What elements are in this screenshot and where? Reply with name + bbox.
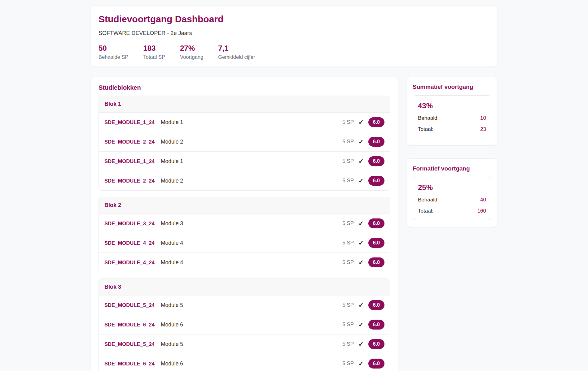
grade-badge: 6.0 (368, 176, 384, 186)
module-row: SDE_MODULE_4_24 Module 4 5 SP ✓ 6.0 (99, 233, 390, 252)
module-row: SDE_MODULE_4_24 Module 4 5 SP ✓ 6.0 (99, 252, 390, 272)
block-module-list: SDE_MODULE_3_24 Module 3 5 SP ✓ 6.0 SDE_… (99, 214, 390, 272)
stat-value: 183 (143, 44, 165, 53)
check-icon: ✓ (358, 139, 364, 145)
totaal-label: Totaal: (418, 208, 433, 214)
check-icon: ✓ (358, 321, 364, 328)
block-module-list: SDE_MODULE_1_24 Module 1 5 SP ✓ 6.0 SDE_… (99, 112, 390, 190)
behaald-value: 40 (480, 196, 486, 203)
study-block-3: Blok 3 SDE_MODULE_5_24 Module 5 5 SP ✓ 6… (99, 278, 390, 371)
block-header: Blok 3 (99, 279, 390, 295)
progress-box: 25% Behaald: 40 Totaal: 160 (413, 177, 491, 220)
module-result: 5 SP ✓ 6.0 (342, 117, 384, 127)
check-icon: ✓ (358, 178, 364, 184)
module-row: SDE_MODULE_6_24 Module 6 5 SP ✓ 6.0 (99, 354, 390, 371)
behaald-label: Behaald: (418, 115, 439, 121)
module-code: SDE_MODULE_6_24 (104, 322, 155, 328)
stat-item: 183 Totaal SP (143, 44, 165, 60)
study-block-2: Blok 2 SDE_MODULE_3_24 Module 3 5 SP ✓ 6… (99, 197, 390, 272)
module-studypoints: 5 SP (342, 119, 354, 125)
module-result: 5 SP ✓ 6.0 (342, 300, 384, 310)
block-header: Blok 1 (99, 96, 390, 112)
block-module-list: SDE_MODULE_5_24 Module 5 5 SP ✓ 6.0 SDE_… (99, 295, 390, 371)
grade-badge: 6.0 (368, 359, 384, 369)
grade-badge: 6.0 (368, 156, 384, 166)
behaald-row: Behaald: 40 (418, 196, 486, 203)
grade-badge: 6.0 (368, 257, 384, 267)
module-name: Module 2 (161, 139, 183, 145)
grade-badge: 6.0 (368, 320, 384, 330)
block-header: Blok 2 (99, 197, 390, 214)
studieblokken-title: Studieblokken (99, 84, 390, 91)
module-name: Module 3 (161, 220, 183, 227)
stats-row: 50 Behaalde SP 183 Totaal SP 27% Voortga… (99, 44, 489, 60)
stat-value: 50 (99, 44, 128, 53)
module-row: SDE_MODULE_2_24 Module 2 5 SP ✓ 6.0 (99, 171, 390, 190)
module-code: SDE_MODULE_5_24 (104, 341, 155, 347)
module-studypoints: 5 SP (342, 360, 354, 367)
check-icon: ✓ (358, 240, 364, 246)
check-icon: ✓ (358, 302, 364, 308)
stat-item: 7,1 Gemiddeld cijfer (218, 44, 255, 60)
module-studypoints: 5 SP (342, 321, 354, 328)
grade-badge: 6.0 (368, 238, 384, 248)
studieblokken-card: Studieblokken Blok 1 SDE_MODULE_1_24 Mod… (91, 77, 398, 371)
module-row: SDE_MODULE_1_24 Module 1 5 SP ✓ 6.0 (99, 112, 390, 132)
stat-label: Behaalde SP (99, 54, 128, 60)
module-row: SDE_MODULE_5_24 Module 5 5 SP ✓ 6.0 (99, 334, 390, 354)
module-result: 5 SP ✓ 6.0 (342, 339, 384, 349)
module-result: 5 SP ✓ 6.0 (342, 156, 384, 166)
main-content: Studieblokken Blok 1 SDE_MODULE_1_24 Mod… (91, 77, 497, 371)
totaal-row: Totaal: 160 (418, 208, 486, 214)
stat-item: 27% Voortgang (180, 44, 203, 60)
grade-badge: 6.0 (368, 117, 384, 127)
module-studypoints: 5 SP (342, 302, 354, 308)
progress-box: 43% Behaald: 10 Totaal: 23 (413, 95, 491, 138)
module-row: SDE_MODULE_2_24 Module 2 5 SP ✓ 6.0 (99, 132, 390, 151)
module-code: SDE_MODULE_3_24 (104, 221, 155, 226)
module-code: SDE_MODULE_2_24 (104, 178, 155, 184)
behaald-row: Behaald: 10 (418, 115, 486, 121)
header-card: Studievoortgang Dashboard SOFTWARE DEVEL… (91, 6, 497, 67)
module-name: Module 1 (161, 119, 183, 126)
totaal-value: 160 (477, 208, 486, 214)
check-icon: ✓ (358, 341, 364, 347)
module-code: SDE_MODULE_5_24 (104, 302, 155, 308)
sidebar: Summatief voortgang 43% Behaald: 10 Tota… (407, 77, 497, 227)
totaal-value: 23 (480, 126, 486, 132)
card-title: Formatief voortgang (413, 165, 491, 172)
stat-label: Voortgang (180, 54, 203, 60)
summatief-voortgang-card: Summatief voortgang 43% Behaald: 10 Tota… (407, 77, 497, 145)
module-code: SDE_MODULE_6_24 (104, 361, 155, 367)
module-result: 5 SP ✓ 6.0 (342, 137, 384, 147)
module-result: 5 SP ✓ 6.0 (342, 320, 384, 330)
stat-value: 27% (180, 44, 203, 53)
module-result: 5 SP ✓ 6.0 (342, 218, 384, 228)
behaald-label: Behaald: (418, 196, 439, 203)
stat-label: Totaal SP (143, 54, 165, 60)
card-title: Summatief voortgang (413, 83, 491, 90)
module-row: SDE_MODULE_1_24 Module 1 5 SP ✓ 6.0 (99, 151, 390, 171)
dashboard-page: Studievoortgang Dashboard SOFTWARE DEVEL… (91, 6, 497, 371)
module-code: SDE_MODULE_4_24 (104, 240, 155, 246)
module-code: SDE_MODULE_2_24 (104, 139, 155, 145)
module-result: 5 SP ✓ 6.0 (342, 238, 384, 248)
check-icon: ✓ (358, 119, 364, 125)
grade-badge: 6.0 (368, 218, 384, 228)
module-result: 5 SP ✓ 6.0 (342, 257, 384, 267)
stat-item: 50 Behaalde SP (99, 44, 128, 60)
check-icon: ✓ (358, 259, 364, 265)
module-result: 5 SP ✓ 6.0 (342, 176, 384, 186)
progress-percentage: 25% (418, 183, 486, 192)
stat-label: Gemiddeld cijfer (218, 54, 255, 60)
module-name: Module 5 (161, 302, 183, 308)
module-row: SDE_MODULE_3_24 Module 3 5 SP ✓ 6.0 (99, 214, 390, 233)
module-studypoints: 5 SP (342, 341, 354, 347)
check-icon: ✓ (358, 220, 364, 226)
module-name: Module 6 (161, 360, 183, 367)
module-studypoints: 5 SP (342, 178, 354, 184)
grade-badge: 6.0 (368, 300, 384, 310)
behaald-value: 10 (480, 115, 486, 121)
module-studypoints: 5 SP (342, 259, 354, 265)
module-name: Module 4 (161, 259, 183, 266)
